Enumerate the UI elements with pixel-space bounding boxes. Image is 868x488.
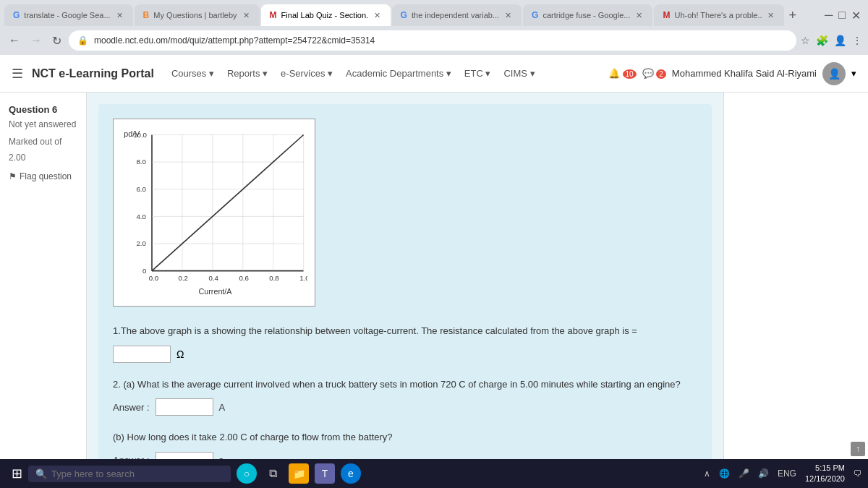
graph-x-tick-10: 1.0: [299, 274, 307, 282]
tab-label-bartleby: My Questions | bartleby: [153, 11, 237, 20]
nav-eservices[interactable]: e-Services ▾: [275, 64, 339, 83]
nav-courses[interactable]: Courses ▾: [166, 64, 220, 83]
bookmark-star-icon[interactable]: ☆: [801, 35, 810, 46]
tab-bartleby[interactable]: B My Questions | bartleby ✕: [135, 4, 260, 26]
graph-x-tick-0: 0.0: [149, 274, 158, 282]
user-menu-arrow[interactable]: ▾: [851, 68, 856, 79]
nav-academic[interactable]: Academic Departments ▾: [340, 64, 457, 83]
question-3-input[interactable]: [156, 452, 213, 460]
question-number: Question 6: [9, 104, 77, 115]
graph-y-tick-2: 2.0: [137, 239, 146, 247]
notifications-badge[interactable]: 🔔 10: [608, 68, 637, 79]
question-status: Not yet answered: [9, 119, 77, 129]
profile-icon[interactable]: 👤: [834, 35, 846, 46]
tab-close-bartleby[interactable]: ✕: [242, 11, 251, 20]
graph-container: pd/V Current/A: [113, 119, 315, 307]
tab-favicon-indepvar: G: [401, 10, 407, 20]
close-window-button[interactable]: ✕: [851, 9, 861, 22]
tab-favicon-uhoh: M: [663, 10, 670, 20]
tab-bar: G translate - Google Sea... ✕ B My Quest…: [0, 0, 868, 26]
tab-indepvar[interactable]: G the independent variab... ✕: [392, 4, 522, 26]
browser-menu-icon[interactable]: ⋮: [852, 35, 862, 46]
graph-x-tick-08: 0.8: [269, 274, 278, 282]
question-1-input[interactable]: [113, 346, 171, 363]
messages-badge[interactable]: 💬 2: [642, 68, 666, 79]
new-tab-button[interactable]: +: [786, 8, 799, 23]
tab-close-uhoh[interactable]: ✕: [766, 11, 775, 20]
tab-uhoh[interactable]: M Uh-oh! There's a proble... ✕: [654, 4, 784, 26]
tab-translate[interactable]: G translate - Google Sea... ✕: [4, 4, 133, 26]
question-2-unit: A: [219, 402, 226, 413]
tab-close-cartridge[interactable]: ✕: [634, 11, 644, 20]
tab-close-translate[interactable]: ✕: [115, 11, 124, 20]
user-name: Mohammed Khalifa Said Al-Riyami: [672, 68, 817, 79]
files-icon: 📁: [293, 468, 305, 479]
taskbar-clock: 5:15 PM 12/16/2020: [805, 463, 845, 485]
taskbar-search-box[interactable]: 🔍: [28, 466, 231, 482]
tab-close-indepvar[interactable]: ✕: [503, 11, 513, 20]
taskbar-task-view[interactable]: ⧉: [263, 463, 283, 484]
nav-reports[interactable]: Reports ▾: [221, 64, 273, 83]
question-2-input[interactable]: [156, 398, 213, 416]
quiz-card: pd/V Current/A: [98, 104, 712, 459]
question-sidebar: Question 6 Not yet answered Marked out o…: [0, 93, 87, 459]
graph-svg: pd/V Current/A: [121, 127, 307, 299]
tab-cartridge[interactable]: G cartridge fuse - Google... ✕: [523, 4, 652, 26]
network-icon[interactable]: 🌐: [719, 468, 730, 479]
tab-label-finallab: Final Lab Quiz - Section...: [281, 11, 368, 20]
taskbar-cortana[interactable]: ○: [237, 463, 257, 484]
question-2-answer-label: Answer :: [113, 402, 150, 413]
extensions-icon[interactable]: 🧩: [816, 35, 828, 46]
marked-value: 2.00: [9, 153, 77, 163]
nav-etc[interactable]: ETC ▾: [459, 64, 497, 83]
notification-count: 10: [623, 69, 637, 79]
hamburger-menu[interactable]: ☰: [12, 66, 23, 82]
minimize-button[interactable]: ─: [825, 9, 833, 22]
nav-cims[interactable]: CIMS ▾: [498, 64, 540, 83]
graph-line: [152, 135, 304, 271]
forward-button[interactable]: →: [27, 33, 45, 48]
address-bar[interactable]: 🔒 moodle.nct.edu.om/mod/quiz/attempt.php…: [69, 30, 796, 51]
graph-x-tick-06: 0.6: [239, 274, 248, 282]
speaker-icon[interactable]: 🔊: [758, 468, 769, 479]
refresh-button[interactable]: ↻: [49, 33, 64, 49]
question-3-text: (b) How long does it take 2.00 C of char…: [113, 430, 697, 445]
taskbar-date-display: 12/16/2020: [805, 474, 845, 484]
main-content: Question 6 Not yet answered Marked out o…: [0, 93, 868, 459]
tab-favicon-translate: G: [13, 10, 20, 20]
question-2-text: 2. (a) What is the average current invol…: [113, 377, 697, 392]
tab-finallab[interactable]: M Final Lab Quiz - Section... ✕: [261, 4, 391, 26]
graph-y-tick-10: 10.0: [133, 131, 147, 139]
taskbar-edge[interactable]: e: [341, 463, 361, 484]
tab-close-finallab[interactable]: ✕: [373, 11, 382, 20]
taskbar-files[interactable]: 📁: [289, 463, 309, 484]
notification-center-icon[interactable]: 🗨: [854, 468, 862, 479]
microphone-icon[interactable]: 🎤: [739, 468, 749, 479]
nav-user-area: 🔔 10 💬 2 Mohammed Khalifa Said Al-Riyami…: [608, 62, 856, 85]
taskbar-app-icons: ○ ⧉ 📁 T e: [237, 463, 361, 484]
task-view-icon: ⧉: [269, 467, 277, 480]
flag-label: Flag question: [20, 171, 72, 181]
graph-y-tick-0: 0: [142, 267, 146, 275]
back-button[interactable]: ←: [6, 33, 23, 48]
taskbar-search-input[interactable]: [51, 468, 224, 479]
tab-favicon-cartridge: G: [532, 10, 538, 20]
lang-label: ENG: [778, 468, 796, 479]
avatar[interactable]: 👤: [822, 62, 846, 85]
graph-y-tick-6: 6.0: [137, 185, 146, 193]
start-button[interactable]: ⊞: [6, 463, 28, 484]
quiz-area: pd/V Current/A: [87, 93, 723, 459]
teams-icon: T: [322, 468, 328, 479]
system-tray-chevron[interactable]: ∧: [704, 468, 710, 479]
scroll-up-button[interactable]: ↑: [851, 442, 865, 456]
moodle-navbar: ☰ NCT e-Learning Portal Courses ▾ Report…: [0, 55, 868, 93]
graph-x-tick-04: 0.4: [208, 274, 218, 282]
marked-out-of-label: Marked out of: [9, 137, 77, 147]
flag-question-button[interactable]: ⚑ Flag question: [9, 171, 77, 181]
site-name: NCT e-Learning Portal: [32, 67, 154, 80]
cortana-icon: ○: [244, 468, 250, 479]
question-1-text: 1.The above graph is a showing the relat…: [113, 324, 697, 338]
taskbar-teams[interactable]: T: [315, 463, 335, 484]
maximize-button[interactable]: □: [838, 9, 846, 22]
graph-x-label: Current/A: [199, 287, 233, 296]
